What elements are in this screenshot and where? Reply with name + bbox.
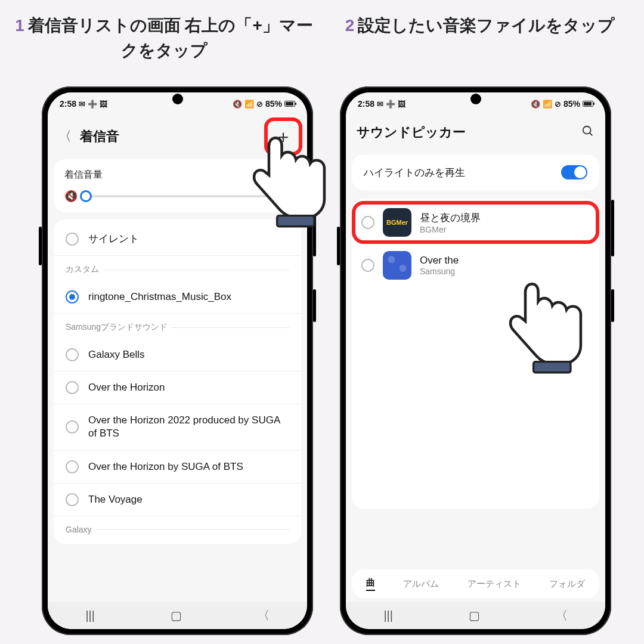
add-button[interactable]: ＋ [270,123,296,150]
album-cover [383,251,411,280]
highlight-box [264,117,302,156]
back-icon[interactable]: 〈 [58,128,72,145]
header: 〈 着信音 ＋ [48,115,307,159]
back-button[interactable]: 〈 [556,608,568,624]
highlight-toggle-row[interactable]: ハイライトのみを再生 [352,154,599,190]
song-artist: Samsung [420,267,459,276]
step-number-2: 2 [345,16,355,35]
plus-status-icon: ➕ [386,100,395,109]
step-number-1: 1 [15,16,24,35]
radio-unchecked[interactable] [66,348,79,361]
plus-status-icon: ➕ [88,100,97,109]
gmail-icon: ✉ [377,100,383,109]
volume-card: 着信音量 🔇 [54,159,301,212]
ringtone-row[interactable]: Over the Horizon by SUGA of BTS [54,451,301,484]
home-button[interactable]: ▢ [469,608,480,623]
clock: 2:58 [60,99,76,109]
phone-frame-left: 2:58 ✉ ➕ 🖼 🔇 📶 ⊘ 85% 〈 着信音 ＋ [42,86,313,635]
radio-checked[interactable] [66,290,79,304]
section-galaxy: Galaxy [54,516,301,540]
radio-unchecked[interactable] [66,460,79,473]
back-button[interactable]: 〈 [258,608,270,624]
mute-icon: 🔇 [233,100,242,109]
volume-slider[interactable] [86,195,290,197]
ringtone-row[interactable]: Galaxy Bells [54,339,301,371]
search-icon[interactable] [581,125,595,141]
instruction-2: 2設定したい音楽ファイルをタップ [325,13,635,38]
instruction-1: 1着信音リストの画面 右上の「+」マークをタップ [9,13,319,63]
tab-albums[interactable]: アルバム [403,578,439,590]
home-button[interactable]: ▢ [171,608,182,623]
svg-line-1 [590,132,593,135]
no-data-icon: ⊘ [555,100,561,109]
ringtone-row[interactable]: Over the Horizon [54,371,301,404]
volume-mute-icon[interactable]: 🔇 [64,190,78,203]
song-list: BGMer 昼と夜の境界 BGMer Over the Samsung [352,199,599,509]
page-title: 着信音 [80,128,119,145]
toggle-on[interactable] [561,165,587,179]
mute-icon: 🔇 [531,100,540,109]
section-custom: カスタム [54,256,301,281]
clock: 2:58 [358,99,374,109]
album-cover: BGMer [383,208,411,237]
song-row-1[interactable]: BGMer 昼と夜の境界 BGMer [352,201,599,244]
radio-unchecked[interactable] [66,493,79,506]
radio-unchecked[interactable] [361,216,374,229]
ringtone-row-silent[interactable]: サイレント [54,223,301,256]
android-nav-bar: ||| ▢ 〈 [346,602,605,629]
tab-songs[interactable]: 曲 [366,577,375,591]
wifi-icon: 📶 [543,100,552,109]
song-title: 昼と夜の境界 [420,211,481,225]
tab-folders[interactable]: フォルダ [549,578,585,590]
battery-percent: 85% [564,99,580,109]
battery-icon [284,101,295,107]
radio-unchecked[interactable] [361,259,374,272]
ringtone-row-custom[interactable]: ringtone_Christmas_Music_Box [54,281,301,314]
song-artist: BGMer [420,225,481,234]
wifi-icon: 📶 [244,100,254,109]
camera-notch [470,94,481,104]
radio-unchecked[interactable] [66,420,79,434]
section-samsung: Samsungブランドサウンド [54,314,301,339]
song-title: Over the [420,255,459,267]
radio-unchecked[interactable] [66,233,79,246]
recent-apps-button[interactable]: ||| [85,609,95,623]
ringtone-row[interactable]: Over the Horizon 2022 produced by SUGA o… [54,404,301,450]
slider-thumb[interactable] [80,190,92,202]
android-nav-bar: ||| ▢ 〈 [48,602,307,629]
page-title: サウンドピッカー [357,123,466,141]
battery-icon [583,101,593,107]
phone-frame-right: 2:58 ✉ ➕ 🖼 🔇 📶 ⊘ 85% サウンドピッカー [340,86,611,635]
battery-percent: 85% [265,99,282,109]
volume-label: 着信音量 [64,169,290,181]
ringtone-row[interactable]: The Voyage [54,484,301,516]
bottom-tabs: 曲 アルバム アーティスト フォルダ [352,569,599,598]
no-data-icon: ⊘ [256,100,263,109]
ringtone-list: サイレント カスタム ringtone_Christmas_Music_Box … [54,219,301,544]
radio-unchecked[interactable] [66,381,79,394]
camera-notch [172,94,183,104]
highlight-label: ハイライトのみを再生 [364,166,465,179]
image-status-icon: 🖼 [398,100,405,109]
song-row-2[interactable]: Over the Samsung [352,244,599,287]
recent-apps-button[interactable]: ||| [383,609,393,623]
svg-point-0 [583,126,591,134]
header: サウンドピッカー [346,115,605,151]
tab-artists[interactable]: アーティスト [467,578,521,590]
gmail-icon: ✉ [79,100,85,109]
image-status-icon: 🖼 [100,100,107,109]
